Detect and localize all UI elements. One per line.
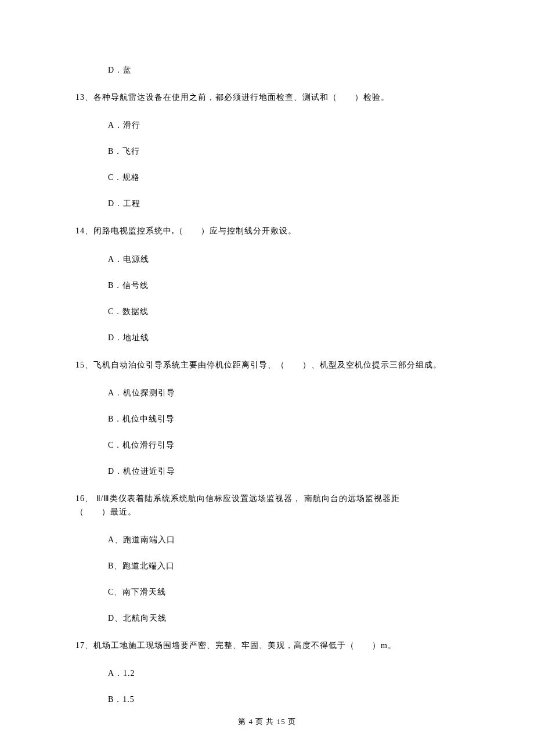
option-13-d: D．工程 <box>75 197 459 210</box>
question-14-stem: 14、闭路电视监控系统中,（ ）应与控制线分开敷设。 <box>75 225 459 237</box>
option-16-c: C、南下滑天线 <box>75 586 459 598</box>
page-footer: 第 4 页 共 15 页 <box>0 717 534 727</box>
question-13-stem: 13、各种导航雷达设备在使用之前，都必须进行地面检查、测试和（ ）检验。 <box>75 91 459 104</box>
question-15-stem: 15、飞机自动泊位引导系统主要由停机位距离引导、（ ）、机型及空机位提示三部分组… <box>75 359 459 372</box>
question-15: 15、飞机自动泊位引导系统主要由停机位距离引导、（ ）、机型及空机位提示三部分组… <box>75 359 459 477</box>
question-16-stem-line1: 16、 Ⅱ/Ⅲ类仪表着陆系统系统航向信标应设置远场监视器， 南航向台的远场监视器… <box>75 492 459 505</box>
question-16: 16、 Ⅱ/Ⅲ类仪表着陆系统系统航向信标应设置远场监视器， 南航向台的远场监视器… <box>75 492 459 624</box>
option-13-a: A．滑行 <box>75 119 459 131</box>
question-17-stem: 17、机场工地施工现场围墙要严密、完整、牢固、美观，高度不得低于（ ）m。 <box>75 639 459 652</box>
option-15-d: D．机位进近引导 <box>75 465 459 477</box>
option-15-a: A．机位探测引导 <box>75 387 459 399</box>
option-14-a: A．电源线 <box>75 253 459 265</box>
option-15-b: B．机位中线引导 <box>75 413 459 425</box>
option-16-d: D、北航向天线 <box>75 612 459 624</box>
page-content: D．蓝 13、各种导航雷达设备在使用之前，都必须进行地面检查、测试和（ ）检验。… <box>0 0 534 705</box>
option-12-d: D．蓝 <box>75 64 459 76</box>
question-13: 13、各种导航雷达设备在使用之前，都必须进行地面检查、测试和（ ）检验。 A．滑… <box>75 91 459 210</box>
option-15-c: C．机位滑行引导 <box>75 439 459 451</box>
option-16-b: B、跑道北端入口 <box>75 560 459 572</box>
option-14-d: D．地址线 <box>75 332 459 344</box>
question-12-remainder: D．蓝 <box>75 64 459 76</box>
question-14: 14、闭路电视监控系统中,（ ）应与控制线分开敷设。 A．电源线 B．信号线 C… <box>75 225 459 343</box>
question-16-stem-line2: （ ）最近。 <box>75 506 459 519</box>
question-17: 17、机场工地施工现场围墙要严密、完整、牢固、美观，高度不得低于（ ）m。 A．… <box>75 639 459 705</box>
option-13-b: B．飞行 <box>75 145 459 157</box>
option-13-c: C．规格 <box>75 171 459 183</box>
option-17-a: A．1.2 <box>75 667 459 679</box>
option-14-b: B．信号线 <box>75 279 459 291</box>
option-14-c: C．数据线 <box>75 305 459 318</box>
option-17-b: B．1.5 <box>75 693 459 705</box>
option-16-a: A、跑道南端入口 <box>75 534 459 546</box>
